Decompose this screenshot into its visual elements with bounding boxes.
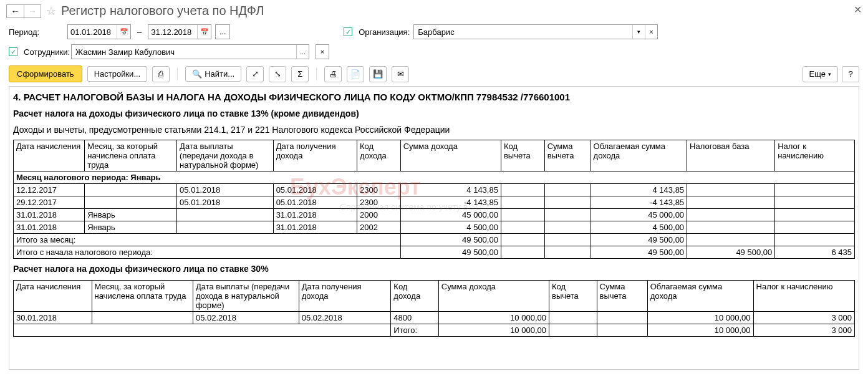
calendar-icon[interactable]: 📅	[197, 25, 211, 39]
table-30: Дата начисленияМесяц, за который начисле…	[13, 280, 855, 337]
org-checkbox[interactable]: ✓	[344, 27, 352, 36]
org-combo: ▾ ×	[413, 24, 658, 39]
page-title: Регистр налогового учета по НДФЛ	[61, 4, 264, 18]
total-month-row: Итого за месяц:49 500,0049 500,00	[14, 234, 855, 246]
table-row: 31.01.2018Январь31.01.201820024 500,004 …	[14, 221, 855, 234]
table-row: 30.01.201805.02.201805.02.2018480010 000…	[14, 312, 855, 324]
generate-button[interactable]: Сформировать	[9, 65, 82, 82]
date-to-box: 📅	[148, 24, 211, 39]
total-row: Итого:10 000,0010 000,003 000	[14, 324, 855, 337]
th: Дата получения дохода	[273, 140, 357, 171]
print-icon[interactable]: 🖨	[324, 66, 342, 82]
th: Налоговая база	[687, 140, 775, 171]
tool-icon-1[interactable]: ⎙	[152, 66, 170, 82]
back-button[interactable]: ←	[6, 4, 24, 18]
date-to-input[interactable]	[148, 27, 197, 37]
note-text: Доходы и вычеты, предусмотренные статьям…	[13, 125, 855, 135]
th: Месяц, за который начислена оплата труда	[85, 140, 177, 171]
clear-icon[interactable]: ×	[645, 25, 657, 39]
date-from-input[interactable]	[68, 27, 117, 37]
expand-icon[interactable]: ⤢	[246, 66, 264, 82]
total-period-row: Итого с начала налогового периода:49 500…	[14, 246, 855, 259]
emp-combo: ...	[71, 44, 309, 59]
th: Дата выплаты (передачи дохода в натураль…	[177, 140, 274, 171]
emp-clear-button[interactable]: ×	[316, 44, 329, 59]
section-title: 4. РАСЧЕТ НАЛОГОВОЙ БАЗЫ И НАЛОГА НА ДОХ…	[13, 92, 855, 102]
th: Сумма дохода	[400, 140, 501, 171]
org-input[interactable]	[414, 27, 632, 37]
ellipsis-icon[interactable]: ...	[296, 45, 309, 59]
emp-input[interactable]	[72, 47, 296, 57]
table-row: 29.12.201705.01.201805.01.20182300-4 143…	[14, 196, 855, 209]
find-button[interactable]: 🔍Найти...	[185, 66, 241, 82]
period-picker-button[interactable]: ...	[215, 24, 230, 39]
th: Налог к начислению	[775, 140, 855, 171]
emp-label: Сотрудники:	[24, 47, 67, 57]
calc30-title: Расчет налога на доходы физического лица…	[13, 264, 855, 274]
mail-icon[interactable]: ✉	[392, 66, 409, 82]
help-button[interactable]: ?	[842, 66, 859, 82]
period-label: Период:	[9, 27, 64, 37]
report-content: БухЭксперт Справочная система по учету в…	[9, 86, 859, 370]
table-row: 12.12.201705.01.201805.01.201823004 143,…	[14, 184, 855, 196]
close-icon[interactable]: ✕	[854, 4, 862, 16]
month-row: Месяц налогового периода: Январь	[14, 171, 855, 184]
preview-icon[interactable]: 📄	[347, 66, 364, 82]
forward-button[interactable]: →	[24, 4, 41, 18]
org-label: Организация:	[359, 27, 410, 37]
toolbar: Сформировать Настройки... ⎙ 🔍Найти... ⤢ …	[0, 62, 868, 86]
more-button[interactable]: Еще ▾	[803, 66, 838, 82]
period-row: Период: 📅 – 📅 ... ✓ Организация: ▾ ×	[0, 22, 868, 42]
th: Код дохода	[357, 140, 401, 171]
save-icon[interactable]: 💾	[369, 66, 387, 82]
favorite-star-icon[interactable]: ☆	[46, 4, 56, 18]
th: Облагаемая сумма дохода	[591, 140, 687, 171]
th: Дата начисления	[14, 140, 85, 171]
th: Сумма вычета	[544, 140, 591, 171]
sum-icon[interactable]: Σ	[291, 66, 309, 82]
settings-button[interactable]: Настройки...	[87, 66, 148, 82]
calc13-title: Расчет налога на доходы физического лица…	[13, 109, 855, 118]
titlebar: ← → ☆ Регистр налогового учета по НДФЛ ✕	[0, 0, 868, 22]
header-row: Дата начисления Месяц, за который начисл…	[14, 140, 855, 171]
employee-row: ✓ Сотрудники: ... ×	[0, 42, 868, 62]
calendar-icon[interactable]: 📅	[117, 25, 130, 39]
header-row: Дата начисленияМесяц, за который начисле…	[14, 281, 855, 312]
emp-checkbox[interactable]: ✓	[9, 47, 17, 56]
dropdown-icon[interactable]: ▾	[632, 25, 645, 39]
table-row: 31.01.2018Январь31.01.2018200045 000,004…	[14, 209, 855, 221]
date-from-box: 📅	[67, 24, 131, 39]
table-13: Дата начисления Месяц, за который начисл…	[13, 140, 855, 259]
th: Код вычета	[501, 140, 544, 171]
collapse-icon[interactable]: ⤡	[269, 66, 286, 82]
dash: –	[137, 27, 142, 37]
